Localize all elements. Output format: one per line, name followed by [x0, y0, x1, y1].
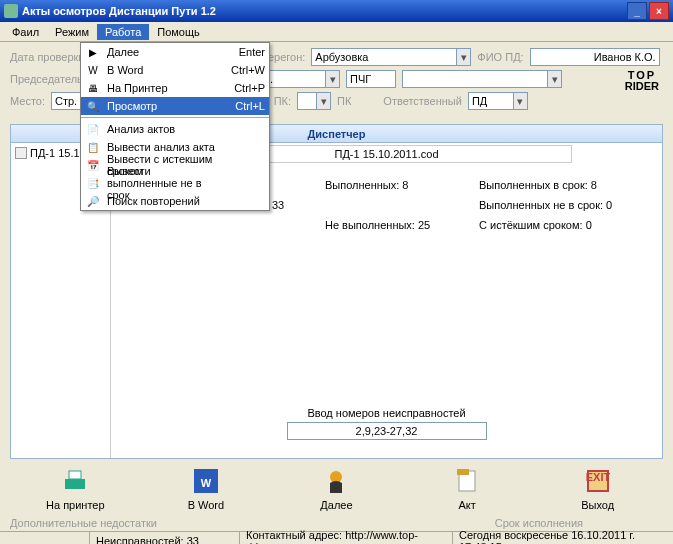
- dd-icon: 🔍: [85, 98, 101, 114]
- chevron-down-icon: ▾: [316, 93, 330, 109]
- dd-item-Просмотр[interactable]: 🔍ПросмотрCtrl+L: [81, 97, 269, 115]
- menu-file[interactable]: Фаил: [4, 24, 47, 40]
- next-icon: [320, 465, 352, 497]
- pchg-combo[interactable]: ПЧГ: [346, 70, 396, 88]
- defect-numbers-input[interactable]: [287, 422, 487, 440]
- chevron-down-icon: ▾: [325, 71, 339, 87]
- dd-item-Анализ актов[interactable]: 📄Анализ актов: [81, 120, 269, 138]
- status-defects: Неисправностей: 33: [90, 532, 240, 544]
- extra-combo[interactable]: ▾: [402, 70, 562, 88]
- toolbar-printer-button[interactable]: На принтер: [40, 465, 110, 511]
- toolbar-act-button[interactable]: Акт: [432, 465, 502, 511]
- dd-icon: 📅: [85, 157, 101, 173]
- dd-icon: 📄: [85, 121, 101, 137]
- dd-item-На Принтер[interactable]: 🖶На ПринтерCtrl+P: [81, 79, 269, 97]
- toolbar-next-button[interactable]: Далее: [301, 465, 371, 511]
- chevron-down-icon: ▾: [456, 49, 470, 65]
- menubar: Фаил Режим Работа Помощь: [0, 22, 673, 42]
- status-contact: Контактный адрес: http://www.top-rider.r…: [240, 532, 453, 544]
- dd-icon: 🔎: [85, 193, 101, 209]
- statusbar: Неисправностей: 33 Контактный адрес: htt…: [0, 531, 673, 544]
- label-place: Место:: [10, 95, 45, 107]
- svg-rect-6: [457, 469, 469, 475]
- window-title: Акты осмотров Дистанции Пути 1.2: [22, 5, 627, 17]
- menu-mode[interactable]: Режим: [47, 24, 97, 40]
- label-fio: ФИО ПД:: [477, 51, 523, 63]
- fio-combo[interactable]: Иванов К.О.: [530, 48, 660, 66]
- bottom-toolbar: На принтерWВ WordДалееАктEXITВыход: [0, 463, 673, 515]
- label-extra1: Дополнительные недостатки: [10, 517, 157, 529]
- dd-item-Поиск повторений[interactable]: 🔎Поиск повторений: [81, 192, 269, 210]
- resp-combo[interactable]: ПД▾: [468, 92, 528, 110]
- exit-icon: EXIT: [582, 465, 614, 497]
- dd-icon: W: [85, 62, 101, 78]
- menu-work[interactable]: Работа: [97, 24, 149, 40]
- label-extra2: Срок исполнения: [495, 517, 583, 529]
- chevron-down-icon: ▾: [547, 71, 561, 87]
- minimize-button[interactable]: _: [627, 2, 647, 20]
- label-pk2: ПК: [337, 95, 351, 107]
- svg-text:W: W: [201, 477, 212, 489]
- close-button[interactable]: ×: [649, 2, 669, 20]
- act-icon: [451, 465, 483, 497]
- logo: TOP RIDER: [625, 70, 659, 92]
- dd-icon: 📑: [85, 175, 101, 191]
- menu-help[interactable]: Помощь: [149, 24, 208, 40]
- svg-rect-1: [69, 471, 81, 479]
- dd-icon: 📋: [85, 139, 101, 155]
- chevron-down-icon: ▾: [513, 93, 527, 109]
- pk1-combo[interactable]: ▾: [297, 92, 331, 110]
- peregon-combo[interactable]: Арбузовка▾: [311, 48, 471, 66]
- input-label: Ввод номеров неисправностей: [111, 407, 662, 419]
- printer-icon: [59, 465, 91, 497]
- dd-icon: ▶: [85, 44, 101, 60]
- app-icon: [4, 4, 18, 18]
- label-pk1: ПК:: [274, 95, 291, 107]
- word-icon: W: [190, 465, 222, 497]
- file-icon: [15, 147, 27, 159]
- svg-rect-0: [65, 479, 85, 489]
- svg-text:EXIT: EXIT: [585, 471, 610, 483]
- work-dropdown: ▶ДалееEnterWВ WordCtrl+W🖶На ПринтерCtrl+…: [80, 42, 270, 211]
- dd-item-Далее[interactable]: ▶ДалееEnter: [81, 43, 269, 61]
- dd-item-Вывести выполненные не в срок[interactable]: 📑Вывести выполненные не в срок: [81, 174, 269, 192]
- label-resp: Ответственный: [383, 95, 462, 107]
- status-date: Сегодня воскресенье 16.10.2011 г. 17:48:…: [453, 532, 673, 544]
- toolbar-exit-button[interactable]: EXITВыход: [563, 465, 633, 511]
- window-titlebar: Акты осмотров Дистанции Пути 1.2 _ ×: [0, 0, 673, 22]
- dd-item-В Word[interactable]: WВ WordCtrl+W: [81, 61, 269, 79]
- dd-icon: 🖶: [85, 80, 101, 96]
- toolbar-word-button[interactable]: WВ Word: [171, 465, 241, 511]
